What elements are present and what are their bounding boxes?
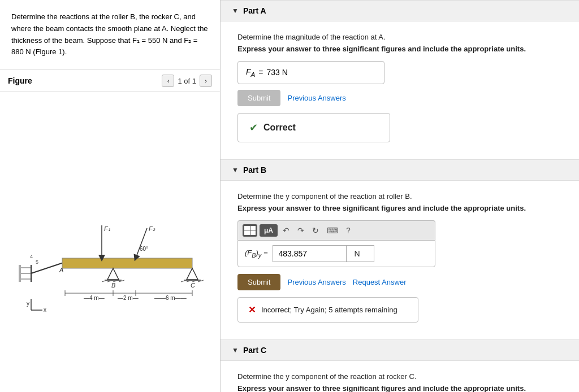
svg-rect-6 (62, 258, 192, 268)
part-a-btn-row: Submit Previous Answers (237, 90, 562, 106)
svg-text:F₂: F₂ (149, 225, 155, 232)
undo-toolbar-button[interactable]: ↶ (280, 224, 292, 237)
incorrect-text: Incorrect; Try Again; 5 attempts remaini… (261, 306, 397, 314)
incorrect-banner: ✕ Incorrect; Try Again; 5 attempts remai… (237, 297, 418, 323)
correct-check-icon: ✔ (249, 121, 258, 134)
part-c-content: Determine the y component of the reactio… (221, 361, 579, 392)
part-b-math-input-area: (FB)y = N (237, 240, 435, 267)
svg-rect-4 (19, 265, 21, 282)
correct-banner: ✔ Correct (237, 113, 390, 142)
svg-text:—4 m—: —4 m— (84, 295, 105, 301)
figure-header: Figure ‹ 1 of 1 › (0, 70, 220, 92)
redo-toolbar-button[interactable]: ↷ (295, 224, 307, 237)
figure-image: A B C F₁ (0, 92, 220, 392)
part-a-section: ▼ Part A Determine the magnitude of the … (221, 0, 579, 159)
part-b-collapse-arrow[interactable]: ▼ (232, 166, 239, 174)
part-c-header: ▼ Part C (221, 339, 579, 361)
part-b-answer-label: (FB)y = (245, 249, 268, 259)
part-a-submit-button[interactable]: Submit (237, 90, 280, 106)
part-a-answer-box: FA = 733 N (237, 61, 384, 84)
part-b-answer-input[interactable] (273, 245, 346, 262)
svg-text:F₁: F₁ (104, 225, 110, 232)
problem-text-content: Determine the reactions at the roller B,… (11, 12, 208, 56)
figure-nav: ‹ 1 of 1 › (162, 75, 212, 87)
svg-marker-8 (107, 268, 119, 280)
part-c-title: Part C (243, 346, 266, 355)
part-b-btn-row: Submit Previous Answers Request Answer (237, 274, 562, 290)
part-c-collapse-arrow[interactable]: ▼ (232, 346, 239, 354)
prev-figure-button[interactable]: ‹ (162, 75, 174, 87)
part-a-collapse-arrow[interactable]: ▼ (232, 7, 239, 15)
part-a-answer-label: FA (246, 67, 255, 78)
svg-text:y: y (27, 300, 29, 307)
figure-svg: A B C F₁ (14, 169, 206, 316)
svg-text:C: C (191, 282, 195, 289)
part-b-previous-answers-link[interactable]: Previous Answers (287, 278, 345, 286)
right-panel: ▼ Part A Determine the magnitude of the … (221, 0, 579, 392)
part-b-submit-button[interactable]: Submit (237, 274, 280, 290)
grid-toolbar-button[interactable] (243, 224, 257, 237)
incorrect-x-icon: ✕ (248, 304, 256, 315)
part-b-title: Part B (243, 165, 266, 175)
figure-area: Figure ‹ 1 of 1 › A (0, 70, 220, 392)
svg-text:B: B (111, 282, 115, 289)
part-c-instruction: Express your answer to three significant… (237, 384, 562, 392)
part-c-section: ▼ Part C Determine the y component of th… (221, 339, 579, 392)
part-b-content: Determine the y component of the reactio… (221, 181, 579, 339)
correct-text: Correct (263, 123, 296, 133)
part-a-equals: = (258, 68, 263, 77)
part-b-instruction: Express your answer to three significant… (237, 204, 562, 212)
part-a-title: Part A (243, 6, 266, 15)
figure-title: Figure (8, 76, 32, 85)
refresh-toolbar-button[interactable]: ↻ (309, 224, 322, 237)
svg-text:x: x (44, 307, 46, 313)
page-indicator: 1 of 1 (178, 77, 196, 85)
part-b-request-answer-link[interactable]: Request Answer (353, 278, 407, 286)
svg-line-24 (136, 228, 147, 258)
mu-toolbar-button[interactable]: μA (260, 224, 278, 237)
part-b-question: Determine the y component of the reactio… (237, 192, 562, 201)
problem-description: Determine the reactions at the roller B,… (0, 0, 220, 70)
help-toolbar-button[interactable]: ? (343, 224, 353, 237)
svg-text:4: 4 (30, 254, 33, 259)
part-a-content: Determine the magnitude of the reaction … (221, 21, 579, 159)
part-a-question: Determine the magnitude of the reaction … (237, 33, 562, 41)
part-b-math-toolbar: μA ↶ ↷ ↻ ⌨ ? (237, 220, 435, 240)
part-a-answer-value: 733 N (267, 68, 288, 77)
svg-marker-15 (187, 268, 198, 280)
svg-text:——6 m——: ——6 m—— (154, 295, 187, 301)
part-c-question: Determine the y component of the reactio… (237, 372, 562, 381)
svg-text:A: A (59, 267, 63, 273)
part-a-header: ▼ Part A (221, 0, 579, 21)
part-a-instruction: Express your answer to three significant… (237, 45, 562, 53)
part-b-unit-box: N (346, 245, 374, 262)
svg-text:60°: 60° (140, 246, 148, 252)
next-figure-button[interactable]: › (200, 75, 212, 87)
svg-text:—2 m—: —2 m— (118, 295, 139, 301)
part-b-header: ▼ Part B (221, 159, 579, 181)
part-b-section: ▼ Part B Determine the y component of th… (221, 159, 579, 339)
keyboard-toolbar-button[interactable]: ⌨ (324, 224, 341, 237)
left-panel: Determine the reactions at the roller B,… (0, 0, 221, 392)
part-a-previous-answers-link[interactable]: Previous Answers (287, 94, 345, 102)
svg-text:5: 5 (36, 259, 38, 265)
